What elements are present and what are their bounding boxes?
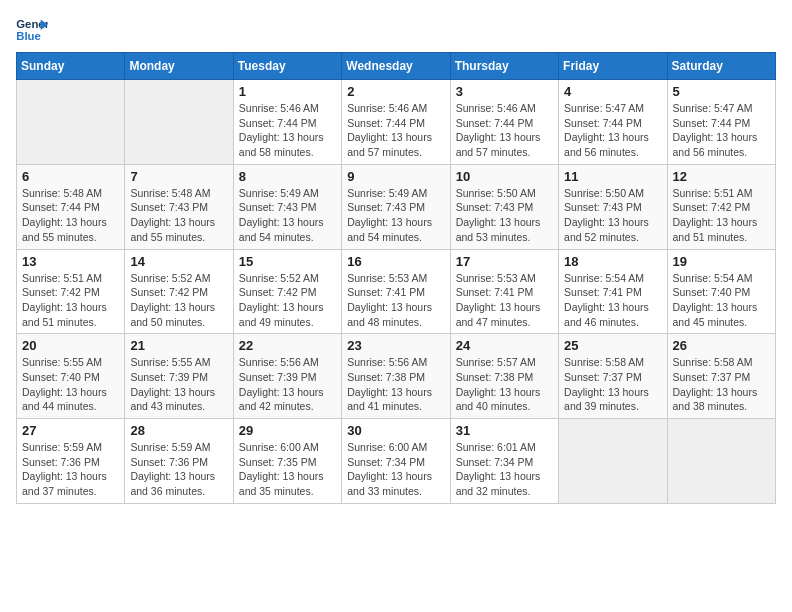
calendar-cell: 1Sunrise: 5:46 AMSunset: 7:44 PMDaylight…: [233, 80, 341, 165]
day-number: 6: [22, 169, 119, 184]
logo: General Blue: [16, 16, 48, 44]
day-number: 15: [239, 254, 336, 269]
day-info: Sunrise: 5:58 AMSunset: 7:37 PMDaylight:…: [564, 355, 661, 414]
day-number: 10: [456, 169, 553, 184]
day-info: Sunrise: 5:52 AMSunset: 7:42 PMDaylight:…: [239, 271, 336, 330]
day-info: Sunrise: 5:50 AMSunset: 7:43 PMDaylight:…: [456, 186, 553, 245]
calendar-cell: 7Sunrise: 5:48 AMSunset: 7:43 PMDaylight…: [125, 164, 233, 249]
calendar-cell: 27Sunrise: 5:59 AMSunset: 7:36 PMDayligh…: [17, 419, 125, 504]
day-info: Sunrise: 5:51 AMSunset: 7:42 PMDaylight:…: [22, 271, 119, 330]
day-number: 5: [673, 84, 770, 99]
weekday-header-tuesday: Tuesday: [233, 53, 341, 80]
calendar-week-3: 13Sunrise: 5:51 AMSunset: 7:42 PMDayligh…: [17, 249, 776, 334]
calendar-table: SundayMondayTuesdayWednesdayThursdayFrid…: [16, 52, 776, 504]
day-info: Sunrise: 6:00 AMSunset: 7:34 PMDaylight:…: [347, 440, 444, 499]
day-number: 30: [347, 423, 444, 438]
day-info: Sunrise: 5:54 AMSunset: 7:41 PMDaylight:…: [564, 271, 661, 330]
day-number: 14: [130, 254, 227, 269]
calendar-cell: 11Sunrise: 5:50 AMSunset: 7:43 PMDayligh…: [559, 164, 667, 249]
svg-text:Blue: Blue: [16, 30, 41, 42]
weekday-header-monday: Monday: [125, 53, 233, 80]
day-info: Sunrise: 5:47 AMSunset: 7:44 PMDaylight:…: [564, 101, 661, 160]
day-info: Sunrise: 5:56 AMSunset: 7:39 PMDaylight:…: [239, 355, 336, 414]
calendar-header: SundayMondayTuesdayWednesdayThursdayFrid…: [17, 53, 776, 80]
page-header: General Blue: [16, 16, 776, 44]
calendar-cell: 19Sunrise: 5:54 AMSunset: 7:40 PMDayligh…: [667, 249, 775, 334]
calendar-cell: 21Sunrise: 5:55 AMSunset: 7:39 PMDayligh…: [125, 334, 233, 419]
calendar-cell: 2Sunrise: 5:46 AMSunset: 7:44 PMDaylight…: [342, 80, 450, 165]
day-number: 26: [673, 338, 770, 353]
calendar-cell: 26Sunrise: 5:58 AMSunset: 7:37 PMDayligh…: [667, 334, 775, 419]
calendar-cell: 9Sunrise: 5:49 AMSunset: 7:43 PMDaylight…: [342, 164, 450, 249]
calendar-cell: 29Sunrise: 6:00 AMSunset: 7:35 PMDayligh…: [233, 419, 341, 504]
calendar-cell: 30Sunrise: 6:00 AMSunset: 7:34 PMDayligh…: [342, 419, 450, 504]
calendar-cell: 18Sunrise: 5:54 AMSunset: 7:41 PMDayligh…: [559, 249, 667, 334]
weekday-header-wednesday: Wednesday: [342, 53, 450, 80]
day-info: Sunrise: 5:49 AMSunset: 7:43 PMDaylight:…: [239, 186, 336, 245]
calendar-cell: 15Sunrise: 5:52 AMSunset: 7:42 PMDayligh…: [233, 249, 341, 334]
day-info: Sunrise: 5:48 AMSunset: 7:43 PMDaylight:…: [130, 186, 227, 245]
day-info: Sunrise: 5:46 AMSunset: 7:44 PMDaylight:…: [456, 101, 553, 160]
day-info: Sunrise: 6:01 AMSunset: 7:34 PMDaylight:…: [456, 440, 553, 499]
day-number: 3: [456, 84, 553, 99]
day-number: 21: [130, 338, 227, 353]
day-number: 2: [347, 84, 444, 99]
calendar-cell: 20Sunrise: 5:55 AMSunset: 7:40 PMDayligh…: [17, 334, 125, 419]
day-info: Sunrise: 5:59 AMSunset: 7:36 PMDaylight:…: [130, 440, 227, 499]
weekday-header-friday: Friday: [559, 53, 667, 80]
day-info: Sunrise: 5:46 AMSunset: 7:44 PMDaylight:…: [239, 101, 336, 160]
calendar-cell: 24Sunrise: 5:57 AMSunset: 7:38 PMDayligh…: [450, 334, 558, 419]
day-number: 28: [130, 423, 227, 438]
day-number: 20: [22, 338, 119, 353]
day-number: 16: [347, 254, 444, 269]
calendar-cell: 28Sunrise: 5:59 AMSunset: 7:36 PMDayligh…: [125, 419, 233, 504]
calendar-cell: 22Sunrise: 5:56 AMSunset: 7:39 PMDayligh…: [233, 334, 341, 419]
calendar-cell: 14Sunrise: 5:52 AMSunset: 7:42 PMDayligh…: [125, 249, 233, 334]
calendar-week-4: 20Sunrise: 5:55 AMSunset: 7:40 PMDayligh…: [17, 334, 776, 419]
calendar-week-5: 27Sunrise: 5:59 AMSunset: 7:36 PMDayligh…: [17, 419, 776, 504]
day-info: Sunrise: 5:58 AMSunset: 7:37 PMDaylight:…: [673, 355, 770, 414]
calendar-cell: 6Sunrise: 5:48 AMSunset: 7:44 PMDaylight…: [17, 164, 125, 249]
calendar-cell: 17Sunrise: 5:53 AMSunset: 7:41 PMDayligh…: [450, 249, 558, 334]
day-info: Sunrise: 5:48 AMSunset: 7:44 PMDaylight:…: [22, 186, 119, 245]
day-info: Sunrise: 5:56 AMSunset: 7:38 PMDaylight:…: [347, 355, 444, 414]
day-number: 17: [456, 254, 553, 269]
calendar-cell: 16Sunrise: 5:53 AMSunset: 7:41 PMDayligh…: [342, 249, 450, 334]
day-info: Sunrise: 5:49 AMSunset: 7:43 PMDaylight:…: [347, 186, 444, 245]
day-number: 29: [239, 423, 336, 438]
day-info: Sunrise: 5:52 AMSunset: 7:42 PMDaylight:…: [130, 271, 227, 330]
day-info: Sunrise: 5:55 AMSunset: 7:39 PMDaylight:…: [130, 355, 227, 414]
weekday-header-row: SundayMondayTuesdayWednesdayThursdayFrid…: [17, 53, 776, 80]
calendar-cell: 25Sunrise: 5:58 AMSunset: 7:37 PMDayligh…: [559, 334, 667, 419]
calendar-cell: 31Sunrise: 6:01 AMSunset: 7:34 PMDayligh…: [450, 419, 558, 504]
calendar-cell: 10Sunrise: 5:50 AMSunset: 7:43 PMDayligh…: [450, 164, 558, 249]
day-number: 4: [564, 84, 661, 99]
day-number: 25: [564, 338, 661, 353]
weekday-header-thursday: Thursday: [450, 53, 558, 80]
day-number: 12: [673, 169, 770, 184]
weekday-header-sunday: Sunday: [17, 53, 125, 80]
day-number: 24: [456, 338, 553, 353]
day-number: 31: [456, 423, 553, 438]
day-number: 18: [564, 254, 661, 269]
calendar-week-2: 6Sunrise: 5:48 AMSunset: 7:44 PMDaylight…: [17, 164, 776, 249]
calendar-cell: 13Sunrise: 5:51 AMSunset: 7:42 PMDayligh…: [17, 249, 125, 334]
day-info: Sunrise: 5:50 AMSunset: 7:43 PMDaylight:…: [564, 186, 661, 245]
day-info: Sunrise: 5:51 AMSunset: 7:42 PMDaylight:…: [673, 186, 770, 245]
day-info: Sunrise: 5:53 AMSunset: 7:41 PMDaylight:…: [456, 271, 553, 330]
day-info: Sunrise: 5:59 AMSunset: 7:36 PMDaylight:…: [22, 440, 119, 499]
day-number: 19: [673, 254, 770, 269]
day-number: 7: [130, 169, 227, 184]
calendar-cell: 3Sunrise: 5:46 AMSunset: 7:44 PMDaylight…: [450, 80, 558, 165]
day-info: Sunrise: 5:55 AMSunset: 7:40 PMDaylight:…: [22, 355, 119, 414]
calendar-cell: [559, 419, 667, 504]
day-number: 22: [239, 338, 336, 353]
day-number: 11: [564, 169, 661, 184]
calendar-cell: 4Sunrise: 5:47 AMSunset: 7:44 PMDaylight…: [559, 80, 667, 165]
calendar-body: 1Sunrise: 5:46 AMSunset: 7:44 PMDaylight…: [17, 80, 776, 504]
calendar-cell: 5Sunrise: 5:47 AMSunset: 7:44 PMDaylight…: [667, 80, 775, 165]
calendar-cell: [125, 80, 233, 165]
calendar-week-1: 1Sunrise: 5:46 AMSunset: 7:44 PMDaylight…: [17, 80, 776, 165]
calendar-cell: [667, 419, 775, 504]
day-info: Sunrise: 5:46 AMSunset: 7:44 PMDaylight:…: [347, 101, 444, 160]
